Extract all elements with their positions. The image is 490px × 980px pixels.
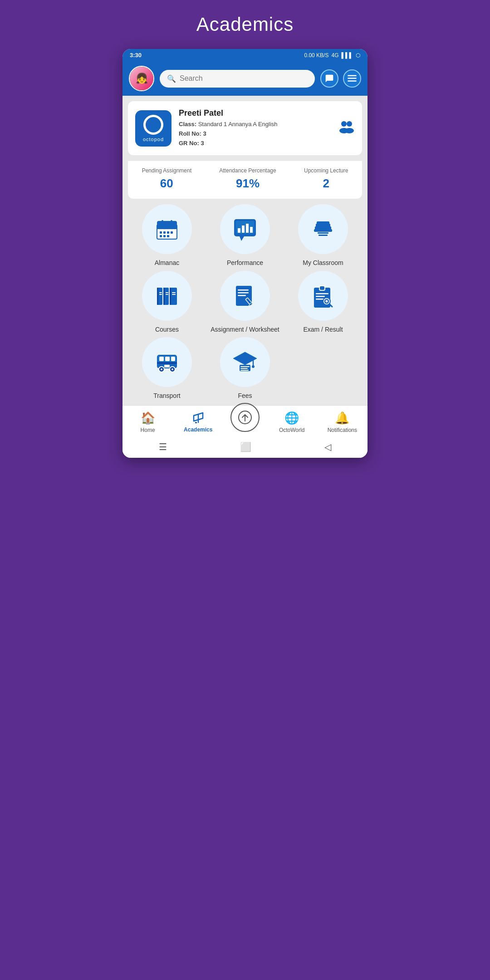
grid-item-my-classroom[interactable]: My Classroom (288, 204, 358, 267)
profile-name: Preeti Patel (179, 108, 331, 118)
svg-rect-39 (159, 292, 162, 293)
svg-rect-36 (163, 288, 165, 305)
stat-attendance-value: 91% (219, 176, 276, 191)
svg-rect-63 (171, 357, 175, 361)
octopod-text: octopod (143, 137, 164, 142)
svg-rect-54 (316, 296, 325, 297)
nav-notifications-label: Notifications (328, 427, 357, 433)
svg-rect-42 (166, 294, 168, 295)
svg-rect-30 (317, 221, 329, 225)
nav-octoworld-label: OctoWorld (279, 427, 304, 433)
almanac-icon-bg (142, 204, 192, 254)
nav-home[interactable]: 🏠 Home (130, 411, 166, 433)
courses-label: Courses (155, 325, 179, 333)
fees-label: Fees (238, 392, 252, 400)
android-back-btn[interactable]: ◁ (324, 441, 331, 452)
page-title: Academics (196, 14, 294, 35)
grid-item-courses[interactable]: Courses (132, 271, 202, 333)
exam-icon (309, 282, 337, 309)
stat-pending-value: 60 (142, 176, 191, 191)
almanac-label: Almanac (155, 259, 179, 267)
octopod-ring (143, 115, 163, 135)
app-header: 👧 🔍 (122, 61, 368, 96)
profile-gr: GR No: 3 (179, 139, 331, 148)
svg-rect-15 (167, 231, 169, 234)
status-time: 3:30 (130, 52, 142, 59)
stats-row: Pending Assignment 60 Attendance Percent… (128, 161, 362, 199)
transport-icon-bg (142, 337, 192, 387)
my-classroom-icon (309, 216, 337, 243)
notifications-icon: 🔔 (335, 411, 349, 425)
svg-rect-0 (348, 75, 357, 77)
svg-rect-48 (238, 295, 246, 296)
profile-class: Class: Standard 1 Annanya A English (179, 120, 331, 129)
performance-icon (231, 216, 259, 243)
svg-rect-44 (172, 294, 176, 295)
android-home-btn[interactable]: ⬜ (240, 441, 251, 452)
svg-point-69 (172, 368, 173, 370)
my-classroom-icon-bg (298, 204, 348, 254)
svg-rect-32 (318, 235, 328, 236)
courses-icon-bg (142, 271, 192, 321)
my-classroom-label: My Classroom (303, 259, 343, 267)
search-bar[interactable]: 🔍 (160, 70, 315, 88)
center-nav-icon (238, 410, 252, 425)
svg-rect-16 (171, 231, 173, 234)
svg-rect-41 (166, 292, 168, 293)
grid-row-3: Transport (128, 337, 362, 400)
status-4g: 4G (331, 52, 338, 59)
svg-rect-11 (162, 220, 163, 226)
svg-rect-65 (157, 362, 177, 364)
stat-attendance: Attendance Percentage 91% (219, 167, 276, 191)
nav-center-button[interactable] (230, 403, 260, 432)
status-battery: ⬡ (356, 52, 360, 59)
nav-academics-label: Academics (184, 426, 212, 433)
android-nav: ☰ ⬜ ◁ (122, 437, 368, 458)
search-input[interactable] (180, 74, 308, 83)
grid-item-performance[interactable]: Performance (210, 204, 280, 267)
svg-marker-26 (240, 236, 244, 241)
performance-label: Performance (227, 259, 263, 267)
svg-rect-14 (163, 231, 166, 234)
fees-icon (231, 348, 259, 376)
grid-item-assignment-worksheet[interactable]: Assignment / Worksheet (210, 271, 280, 333)
svg-rect-13 (160, 231, 162, 234)
profile-info: Preeti Patel Class: Standard 1 Annanya A… (179, 108, 331, 148)
status-signal: ▌▌▌ (341, 52, 353, 59)
chat-icon-button[interactable] (320, 69, 338, 88)
stat-upcoming-lecture: Upcoming Lecture 2 (304, 167, 348, 191)
svg-rect-46 (238, 289, 249, 291)
grid-item-almanac[interactable]: Almanac (132, 204, 202, 267)
menu-icon-button[interactable] (343, 69, 361, 88)
grid-item-exam-result[interactable]: Exam / Result (288, 271, 358, 333)
nav-academics[interactable]: Academics (180, 411, 216, 433)
svg-rect-1 (348, 78, 357, 79)
svg-rect-34 (157, 288, 158, 305)
nav-notifications[interactable]: 🔔 Notifications (324, 411, 360, 433)
transport-icon (153, 348, 181, 376)
exam-icon-bg (298, 271, 348, 321)
svg-rect-25 (250, 227, 253, 233)
nav-octoworld[interactable]: 🌐 OctoWorld (274, 411, 310, 433)
profile-roll: Roll No: 3 (179, 129, 331, 139)
svg-rect-23 (242, 225, 245, 233)
home-icon: 🏠 (141, 411, 155, 425)
grid-item-transport[interactable]: Transport (132, 337, 202, 400)
grid-menu: Almanac Performance (122, 199, 368, 400)
svg-rect-17 (160, 235, 162, 237)
svg-rect-2 (348, 80, 357, 82)
status-speed: 0.00 KB/S (304, 52, 328, 59)
grid-row-2: Courses Assignment / Worksheet (128, 271, 362, 333)
grid-item-fees[interactable]: Fees (210, 337, 280, 400)
svg-rect-62 (165, 357, 170, 361)
android-menu-btn[interactable]: ☰ (159, 441, 167, 452)
transport-label: Transport (153, 392, 180, 400)
svg-rect-38 (170, 288, 171, 305)
bottom-nav: 🏠 Home Academics 🌐 OctoWorld (122, 405, 368, 437)
phone-frame: 3:30 0.00 KB/S 4G ▌▌▌ ⬡ 👧 🔍 (122, 49, 368, 458)
user-avatar[interactable]: 👧 (129, 66, 154, 91)
assignment-icon (231, 282, 259, 309)
status-bar: 3:30 0.00 KB/S 4G ▌▌▌ ⬡ (122, 49, 368, 61)
header-icons (320, 69, 361, 88)
performance-icon-bg (220, 204, 270, 254)
